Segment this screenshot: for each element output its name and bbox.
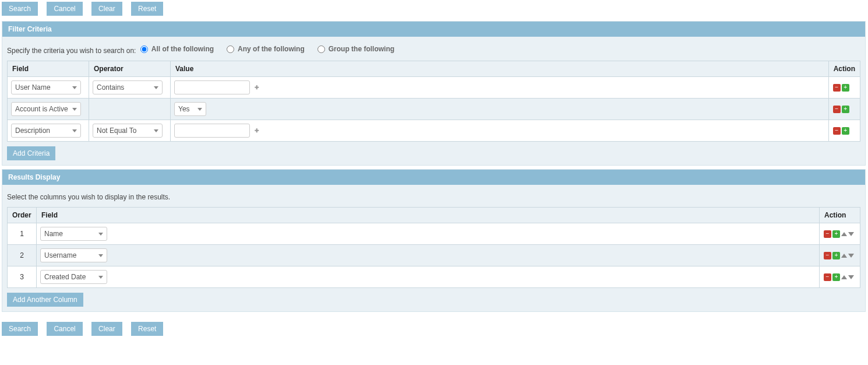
- top-button-row: Search Cancel Clear Reset: [0, 0, 868, 17]
- results-instruction-text: Select the columns you wish to display i…: [7, 193, 860, 201]
- results-column-select[interactable]: Created Date: [40, 270, 107, 284]
- add-row-icon[interactable]: +: [842, 127, 849, 135]
- search-button-bottom[interactable]: Search: [2, 322, 38, 336]
- filter-header-action: Action: [828, 61, 860, 76]
- add-value-icon[interactable]: [253, 84, 260, 91]
- results-header-action: Action: [820, 207, 860, 223]
- filter-criteria-table: Field Operator Value Action User Name Co…: [7, 61, 860, 142]
- filter-criteria-header: Filter Criteria: [2, 22, 865, 37]
- remove-row-icon[interactable]: −: [824, 273, 831, 281]
- search-button[interactable]: Search: [2, 2, 38, 16]
- add-criteria-button[interactable]: Add Criteria: [7, 146, 55, 160]
- radio-group-following[interactable]: Group the following: [317, 45, 394, 53]
- radio-any-of-following[interactable]: Any of the following: [227, 45, 305, 53]
- filter-row: Description Not Equal To −+: [8, 120, 860, 141]
- add-row-icon[interactable]: +: [842, 106, 849, 113]
- remove-row-icon[interactable]: −: [824, 230, 831, 238]
- filter-operator-select[interactable]: Not Equal To: [93, 124, 163, 138]
- results-header-field: Field: [37, 207, 820, 223]
- filter-row: Account is Active Yes −+: [8, 98, 860, 120]
- radio-all-input[interactable]: [140, 45, 148, 53]
- move-down-icon[interactable]: [848, 232, 854, 236]
- filter-value-select[interactable]: Yes: [174, 102, 206, 116]
- radio-any-input[interactable]: [227, 45, 234, 53]
- move-down-icon[interactable]: [848, 254, 854, 258]
- filter-header-value: Value: [171, 61, 829, 76]
- filter-criteria-panel: Filter Criteria Specify the criteria you…: [2, 21, 866, 166]
- filter-instruction-row: Specify the criteria you wish to search …: [7, 45, 860, 55]
- results-header-order: Order: [8, 207, 37, 223]
- radio-group-label: Group the following: [329, 45, 394, 53]
- add-row-icon[interactable]: +: [832, 252, 840, 259]
- filter-field-select[interactable]: User Name: [11, 80, 81, 94]
- results-display-header: Results Display: [2, 170, 865, 185]
- results-column-select[interactable]: Name: [40, 227, 107, 241]
- reset-button-bottom[interactable]: Reset: [131, 322, 163, 336]
- radio-group-input[interactable]: [317, 45, 325, 53]
- add-row-icon[interactable]: +: [832, 230, 840, 238]
- filter-instruction-text: Specify the criteria you wish to search …: [7, 47, 136, 55]
- results-row: 3 Created Date −+: [8, 266, 860, 287]
- remove-row-icon[interactable]: −: [833, 84, 841, 92]
- add-row-icon[interactable]: +: [832, 273, 840, 281]
- filter-row: User Name Contains −+: [8, 76, 860, 98]
- results-order-cell: 2: [8, 244, 37, 266]
- filter-header-field: Field: [8, 61, 89, 76]
- filter-value-input[interactable]: [174, 124, 250, 138]
- results-display-table: Order Field Action 1 Name −+ 2 Username: [7, 207, 860, 288]
- add-row-icon[interactable]: +: [842, 84, 849, 92]
- radio-all-label: All of the following: [151, 45, 214, 53]
- move-up-icon[interactable]: [841, 232, 847, 236]
- results-order-cell: 3: [8, 266, 37, 287]
- bottom-button-row: Search Cancel Clear Reset: [0, 320, 868, 338]
- filter-operator-empty: [89, 98, 171, 120]
- cancel-button-bottom[interactable]: Cancel: [47, 322, 82, 336]
- radio-all-of-following[interactable]: All of the following: [140, 45, 214, 53]
- move-down-icon[interactable]: [848, 275, 854, 279]
- add-another-column-button[interactable]: Add Another Column: [7, 293, 83, 307]
- results-column-select[interactable]: Username: [40, 248, 107, 262]
- results-row: 1 Name −+: [8, 223, 860, 244]
- filter-header-operator: Operator: [89, 61, 171, 76]
- results-row: 2 Username −+: [8, 244, 860, 266]
- filter-field-select[interactable]: Description: [11, 124, 81, 138]
- add-value-icon[interactable]: [253, 127, 260, 134]
- remove-row-icon[interactable]: −: [824, 252, 831, 259]
- remove-row-icon[interactable]: −: [833, 127, 841, 135]
- clear-button[interactable]: Clear: [91, 2, 122, 16]
- filter-field-select[interactable]: Account is Active: [11, 102, 81, 116]
- results-order-cell: 1: [8, 223, 37, 244]
- radio-any-label: Any of the following: [238, 45, 305, 53]
- move-up-icon[interactable]: [841, 254, 847, 258]
- clear-button-bottom[interactable]: Clear: [91, 322, 122, 336]
- results-display-panel: Results Display Select the columns you w…: [2, 169, 866, 312]
- reset-button[interactable]: Reset: [131, 2, 163, 16]
- remove-row-icon[interactable]: −: [833, 106, 841, 113]
- move-up-icon[interactable]: [841, 275, 847, 279]
- filter-value-input[interactable]: [174, 80, 250, 94]
- filter-operator-select[interactable]: Contains: [93, 80, 163, 94]
- cancel-button[interactable]: Cancel: [47, 2, 82, 16]
